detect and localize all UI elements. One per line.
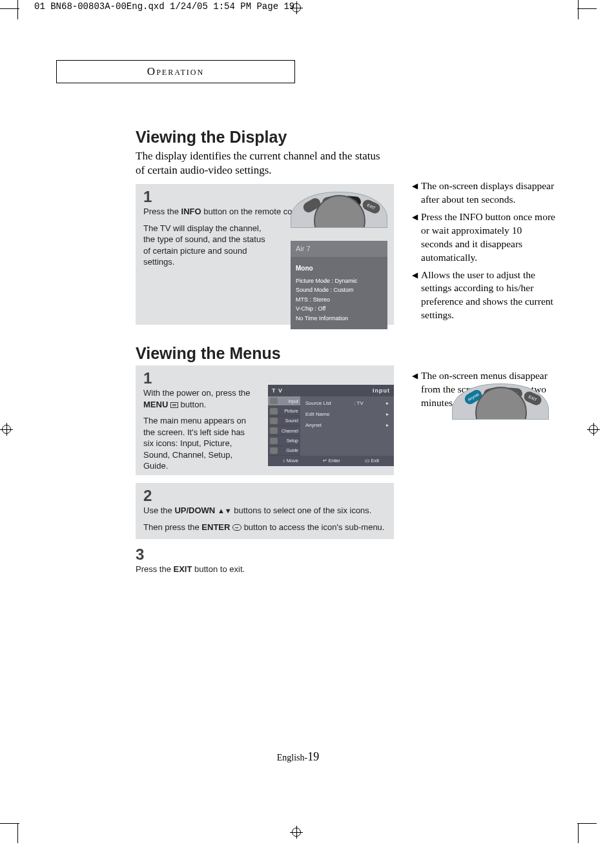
tv-menu-foot-item: ↕ Move bbox=[283, 458, 298, 464]
tv-menu-foot-item: ▭ Exit bbox=[365, 458, 380, 464]
footer-page-number: 19 bbox=[307, 750, 319, 763]
crop-mark bbox=[577, 8, 597, 9]
step-number: 2 bbox=[143, 488, 386, 504]
osd-line: Picture Mode : Dynamic bbox=[296, 276, 382, 285]
tv-menu-footer: ↕ Move ↵ Enter ▭ Exit bbox=[268, 456, 394, 466]
chevron-right-icon bbox=[386, 411, 389, 418]
osd-info-panel: Air 7 Mono Picture Mode : Dynamic Sound … bbox=[291, 241, 387, 329]
sidebar-icon bbox=[270, 398, 278, 404]
step-1-block: 1 With the power on, press the MENU butt… bbox=[136, 365, 394, 475]
margin-notes: The on-screen menus disappear from the s… bbox=[413, 369, 555, 414]
tv-menu-side-item: Channel bbox=[268, 426, 300, 436]
tv-menu-row: Source List: TV bbox=[305, 400, 389, 407]
step-2-block: 2 Use the UP/DOWN ▲▼ buttons to select o… bbox=[136, 483, 394, 539]
menu-icon bbox=[170, 402, 178, 408]
osd-channel-label: Air 7 bbox=[291, 241, 387, 257]
crop-mark bbox=[17, 0, 18, 19]
step-text: Press the EXIT button to exit. bbox=[136, 564, 386, 575]
crop-mark bbox=[578, 824, 579, 843]
step-number: 3 bbox=[136, 547, 386, 562]
margin-note: Press the INFO button once more or wait … bbox=[413, 210, 555, 265]
sidebar-icon bbox=[270, 408, 278, 414]
margin-notes: The on-screen displays disappear after a… bbox=[413, 179, 555, 326]
chevron-right-icon bbox=[386, 400, 389, 407]
tv-menu-main: Source List: TV Edit Name Anynet bbox=[300, 396, 394, 456]
section-title: Viewing the Menus bbox=[136, 344, 575, 363]
tv-menu-side-item: Input bbox=[268, 396, 300, 406]
step-text: Then press the ENTER button to access th… bbox=[143, 522, 386, 533]
enter-icon bbox=[232, 524, 241, 531]
tv-menu-figure: T V Input Input Picture Sound Channel Se… bbox=[268, 385, 394, 466]
osd-audio-label: Mono bbox=[296, 263, 382, 274]
step-1-block: 1 Press the INFO button on the remote co… bbox=[136, 184, 394, 325]
tv-menu-title-right: Input bbox=[373, 387, 390, 394]
sidebar-icon bbox=[270, 438, 278, 444]
page-frame: Operation Viewing the Display The displa… bbox=[19, 10, 577, 822]
section-title: Viewing the Display bbox=[136, 128, 549, 147]
crop-mark bbox=[0, 8, 19, 9]
tv-menu-foot-item: ↵ Enter bbox=[323, 458, 340, 464]
osd-body: Mono Picture Mode : Dynamic Sound Mode :… bbox=[291, 257, 387, 329]
osd-line: MTS : Stereo bbox=[296, 295, 382, 304]
section-intro: The display identifies the current chann… bbox=[136, 149, 381, 178]
tv-menu-sidebar: Input Picture Sound Channel Setup Guide bbox=[268, 396, 300, 456]
sidebar-icon bbox=[270, 418, 278, 424]
up-down-arrows-icon: ▲▼ bbox=[218, 507, 232, 515]
step-text: Use the UP/DOWN ▲▼ buttons to select one… bbox=[143, 505, 386, 516]
step-text: The main menu appears on the screen. It'… bbox=[143, 415, 253, 472]
osd-line: No Time Information bbox=[296, 314, 382, 323]
step-text: The TV will display the channel, the typ… bbox=[143, 223, 266, 268]
osd-line: V-Chip : Off bbox=[296, 304, 382, 313]
chapter-tab-label: Operation bbox=[147, 65, 204, 78]
registration-mark bbox=[0, 423, 13, 436]
tv-menu-side-item: Guide bbox=[268, 446, 300, 456]
sidebar-icon bbox=[270, 427, 278, 434]
crop-mark bbox=[0, 823, 19, 824]
step-text: With the power on, press the MENU button… bbox=[143, 387, 253, 410]
tv-menu-row: Anynet bbox=[305, 422, 389, 429]
tv-menu-row: Edit Name bbox=[305, 411, 389, 418]
registration-mark bbox=[290, 826, 303, 839]
tv-menu-titlebar: T V Input bbox=[268, 385, 394, 396]
step-number: 1 bbox=[143, 371, 386, 386]
osd-line: Sound Mode : Custom bbox=[296, 285, 382, 294]
crop-mark bbox=[577, 823, 597, 824]
footer-language: English- bbox=[277, 753, 307, 762]
tv-menu-title-left: T V bbox=[272, 387, 283, 394]
chapter-tab: Operation bbox=[56, 60, 295, 83]
registration-mark bbox=[587, 423, 600, 436]
step-3-block: 3 Press the EXIT button to exit. bbox=[136, 547, 394, 582]
margin-note: Allows the user to adjust the settings a… bbox=[413, 269, 555, 323]
margin-note: The on-screen displays disappear after a… bbox=[413, 179, 555, 207]
tv-menu-side-item: Sound bbox=[268, 416, 300, 426]
tv-menu-side-item: Picture bbox=[268, 406, 300, 416]
chevron-right-icon bbox=[386, 422, 389, 429]
page-footer: English-19 bbox=[19, 750, 577, 764]
sidebar-icon bbox=[270, 447, 278, 454]
crop-mark bbox=[17, 824, 18, 843]
tv-menu-side-item: Setup bbox=[268, 436, 300, 445]
crop-mark bbox=[578, 0, 579, 19]
